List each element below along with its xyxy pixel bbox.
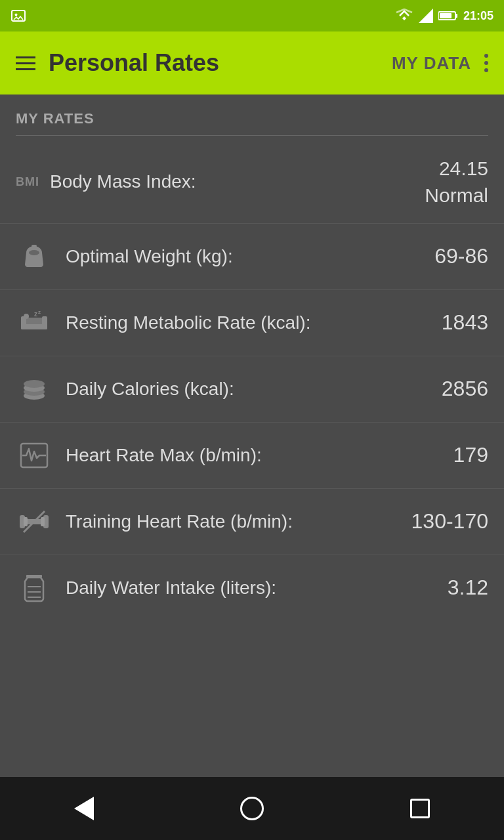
svg-rect-5 [440,13,452,18]
main-content: MY RATES BMI Body Mass Index: 24.15Norma… [0,94,504,777]
more-options-icon[interactable] [484,54,488,72]
svg-marker-2 [419,9,433,23]
water-icon [16,570,52,606]
page-title: Personal Rates [49,49,219,77]
rate-value-training-heart-rate: 130-170 [383,508,488,536]
rate-value-heart-rate-max: 179 [383,442,488,469]
bed-icon: z z [16,304,52,341]
status-time: 21:05 [463,9,494,23]
bmi-text-icon: BMI [16,175,39,189]
rate-value-resting-metabolic: 1843 [383,309,488,337]
svg-point-6 [29,250,39,255]
rate-item-training-heart-rate: Training Heart Rate (b/min): 130-170 [0,489,504,555]
svg-rect-23 [24,517,28,526]
bottom-nav [0,777,504,840]
rate-item-optimal-weight: Optimal Weight (kg): 69-86 [0,224,504,290]
rate-label-daily-water: Daily Water Intake (liters): [66,576,383,600]
svg-point-18 [24,380,45,388]
section-title: MY RATES [16,110,94,127]
status-bar-left [10,8,26,24]
rate-label-bmi: Body Mass Index: [50,170,383,194]
svg-point-1 [15,14,18,16]
rate-item-daily-water: Daily Water Intake (liters): 3.12 [0,555,504,621]
rate-value-daily-calories: 2856 [383,375,488,403]
heartrate-icon [16,437,52,474]
signal-icon [419,9,433,23]
status-bar-right: 21:05 [395,9,494,23]
food-icon [16,371,52,408]
rate-item-heart-rate-max: Heart Rate Max (b/min): 179 [0,423,504,489]
svg-rect-4 [455,14,457,18]
rate-item-resting-metabolic: z z Resting Metabolic Rate (kcal): 1843 [0,290,504,356]
rate-label-resting-metabolic: Resting Metabolic Rate (kcal): [66,311,383,335]
rate-item-daily-calories: Daily Calories (kcal): 2856 [0,356,504,423]
recents-square-icon [410,799,430,818]
photo-icon [10,8,26,24]
rate-label-heart-rate-max: Heart Rate Max (b/min): [66,444,383,467]
home-circle-icon [240,797,264,820]
status-bar: 21:05 [0,0,504,32]
toolbar-left: Personal Rates [16,49,219,77]
rate-label-optimal-weight: Optimal Weight (kg): [66,245,383,268]
rate-value-bmi: 24.15Normal [383,156,488,209]
section-header: MY RATES [0,94,504,135]
rate-value-daily-water: 3.12 [383,574,488,602]
back-arrow-icon [74,797,94,820]
svg-text:z: z [38,311,41,315]
weight-icon [16,238,52,275]
battery-icon [438,10,458,21]
rates-list: BMI Body Mass Index: 24.15Normal Optimal… [0,136,504,626]
back-button[interactable] [58,782,110,835]
rate-label-daily-calories: Daily Calories (kcal): [66,377,383,401]
home-button[interactable] [226,782,278,835]
rate-value-optimal-weight: 69-86 [383,243,488,270]
toolbar-right: MY DATA [392,53,488,74]
svg-point-12 [24,314,29,319]
my-data-button[interactable]: MY DATA [392,53,471,74]
toolbar: Personal Rates MY DATA [0,32,504,94]
rate-item-bmi: BMI Body Mass Index: 24.15Normal [0,141,504,224]
svg-text:z: z [34,311,37,318]
svg-rect-24 [41,517,45,526]
training-icon [16,503,52,540]
recents-button[interactable] [394,782,446,835]
svg-rect-7 [32,245,37,247]
svg-rect-11 [42,316,47,329]
hamburger-menu-icon[interactable] [16,56,35,70]
rate-label-training-heart-rate: Training Heart Rate (b/min): [66,510,383,534]
wifi-icon [395,9,413,23]
